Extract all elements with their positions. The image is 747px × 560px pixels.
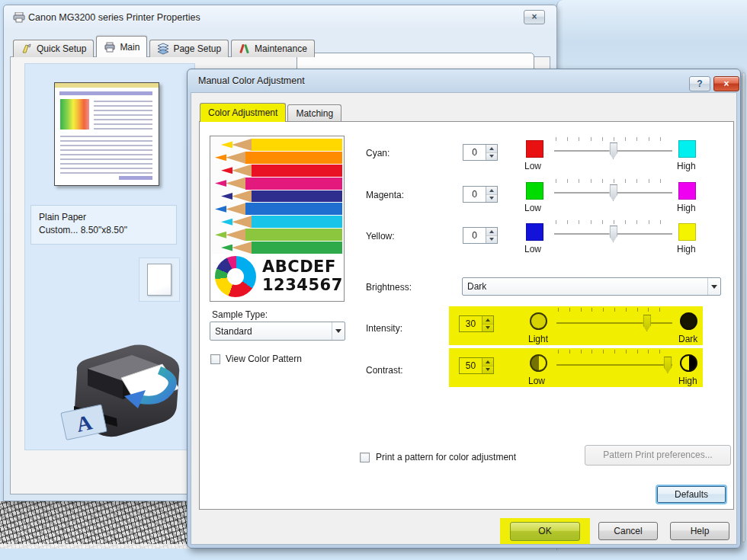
printer-window-titlebar[interactable]: Canon MG3200 series Printer Properties × — [4, 5, 556, 30]
preview-footer-line — [119, 176, 152, 180]
preview-title-line — [59, 91, 152, 95]
yellow-spin-up-button[interactable] — [486, 228, 497, 236]
yellow-value[interactable]: 0 — [463, 228, 486, 243]
arrow-down-icon — [486, 368, 490, 371]
magenta-slider-thumb[interactable] — [609, 184, 617, 201]
tab-main-label: Main — [120, 42, 139, 53]
yellow-spin-down-button[interactable] — [486, 236, 497, 244]
contrast-spinner[interactable]: 50 — [459, 357, 494, 374]
contrast-spin-down-button[interactable] — [483, 366, 493, 374]
yellow-slider-thumb[interactable] — [609, 226, 617, 242]
yellow-row: Yellow: 0 Low High — [200, 219, 735, 258]
cyan-low-swatch — [526, 140, 543, 158]
dialog-help-button[interactable]: ? — [689, 76, 710, 91]
main-tab-printer-icon — [104, 41, 116, 53]
magenta-value[interactable]: 0 — [463, 187, 486, 202]
cancel-button[interactable]: Cancel — [598, 522, 658, 540]
ok-button-highlight: OK — [500, 518, 590, 544]
preview-text-lines — [94, 101, 152, 130]
contrast-high-label: High — [678, 376, 697, 386]
intensity-slider-thumb[interactable] — [643, 315, 651, 331]
sample-text-line2: 1234567 — [262, 277, 343, 295]
arrow-down-icon — [489, 197, 494, 200]
tab-page-setup[interactable]: Page Setup — [149, 40, 229, 57]
tab-main[interactable]: Main — [96, 36, 147, 57]
arrow-down-icon — [486, 326, 490, 329]
printer-window-close-button[interactable]: × — [524, 10, 545, 24]
tab-maintenance[interactable]: Maintenance — [231, 40, 315, 57]
intensity-spin-up-button[interactable] — [483, 316, 493, 325]
contrast-slider[interactable] — [556, 356, 672, 376]
magenta-label: Magenta: — [366, 190, 404, 200]
paper-info-box: Plain Paper Custom... 8.50"x8.50" — [30, 205, 177, 245]
preview-text-lines — [60, 136, 152, 177]
sample-swatch-row: ABCDEF 1234567 — [212, 254, 342, 299]
contrast-low-icon — [530, 354, 547, 372]
tab-maintenance-label: Maintenance — [255, 43, 307, 54]
intensity-spin-down-button[interactable] — [483, 325, 493, 332]
magenta-spinner[interactable]: 0 — [463, 186, 498, 203]
print-pattern-row: Print a pattern for color adjustment — [360, 452, 516, 462]
preview-rainbow-image — [60, 99, 89, 130]
intensity-light-icon — [530, 312, 547, 330]
cyan-low-label: Low — [524, 161, 541, 171]
cyan-spin-down-button[interactable] — [486, 153, 497, 161]
paper-icon — [147, 264, 172, 296]
dialog-tab-bar: Color Adjustment Matching — [200, 103, 343, 121]
cyan-label: Cyan: — [366, 148, 390, 158]
contrast-label: Contrast: — [366, 365, 403, 376]
intensity-slider[interactable] — [556, 314, 672, 334]
magenta-spin-up-button[interactable] — [486, 187, 497, 195]
contrast-slider-thumb[interactable] — [663, 357, 672, 373]
yellow-slider[interactable] — [554, 225, 672, 245]
magenta-spin-down-button[interactable] — [486, 195, 497, 203]
printer-tab-bar: Quick Setup Main Page Setup Maintenance — [13, 36, 317, 57]
background-scrollbar[interactable] — [742, 72, 745, 542]
magenta-slider[interactable] — [554, 184, 672, 203]
pattern-print-preferences-button[interactable]: Pattern Print preferences... — [585, 445, 731, 466]
sample-text-line1: ABCDEF — [262, 258, 343, 277]
tab-color-adjustment[interactable]: Color Adjustment — [200, 103, 286, 122]
tab-quick-setup[interactable]: Quick Setup — [13, 40, 94, 57]
arrow-down-icon — [489, 238, 494, 241]
print-pattern-label: Print a pattern for color adjustment — [376, 452, 516, 462]
color-wheel-icon — [215, 256, 256, 297]
tab-page-setup-label: Page Setup — [173, 43, 221, 54]
slider-track[interactable] — [556, 364, 672, 366]
cyan-slider[interactable] — [554, 142, 672, 162]
tab-matching[interactable]: Matching — [287, 104, 341, 121]
brightness-label: Brightness: — [366, 282, 412, 293]
arrow-up-icon — [489, 230, 494, 233]
yellow-low-label: Low — [524, 244, 541, 254]
slider-track[interactable] — [556, 322, 672, 325]
contrast-high-icon — [680, 354, 697, 372]
manual-color-adjustment-dialog: Manual Color Adjustment ? × Color Adjust… — [187, 69, 741, 549]
magenta-high-swatch — [678, 182, 696, 200]
ok-button[interactable]: OK — [510, 522, 580, 541]
cyan-value[interactable]: 0 — [463, 145, 486, 160]
maintenance-icon — [239, 43, 251, 55]
help-button[interactable]: Help — [670, 522, 729, 540]
magenta-high-label: High — [677, 203, 696, 213]
contrast-spin-up-button[interactable] — [483, 358, 493, 366]
cyan-spinner[interactable]: 0 — [463, 144, 498, 161]
cyan-high-swatch — [678, 140, 696, 158]
brightness-combobox[interactable]: Dark — [462, 277, 721, 296]
yellow-spinner[interactable]: 0 — [463, 227, 498, 244]
dialog-close-button[interactable]: × — [713, 76, 739, 91]
combo-dropdown-zone[interactable] — [707, 278, 720, 295]
cyan-slider-thumb[interactable] — [609, 142, 617, 159]
contrast-value[interactable]: 50 — [460, 358, 482, 373]
page-setup-icon — [157, 43, 169, 55]
separator — [360, 266, 726, 267]
separator — [207, 480, 726, 481]
cyan-spin-up-button[interactable] — [486, 145, 497, 153]
contrast-row: Contrast: 50 Low High — [200, 348, 735, 388]
intensity-spinner[interactable]: 30 — [459, 315, 494, 332]
print-pattern-checkbox[interactable] — [360, 453, 370, 462]
defaults-button[interactable]: Defaults — [656, 485, 727, 504]
slider-ticks — [558, 350, 671, 354]
cyan-row: Cyan: 0 Low High — [200, 136, 735, 175]
intensity-value[interactable]: 30 — [460, 316, 482, 331]
magenta-row: Magenta: 0 Low High — [200, 178, 735, 217]
